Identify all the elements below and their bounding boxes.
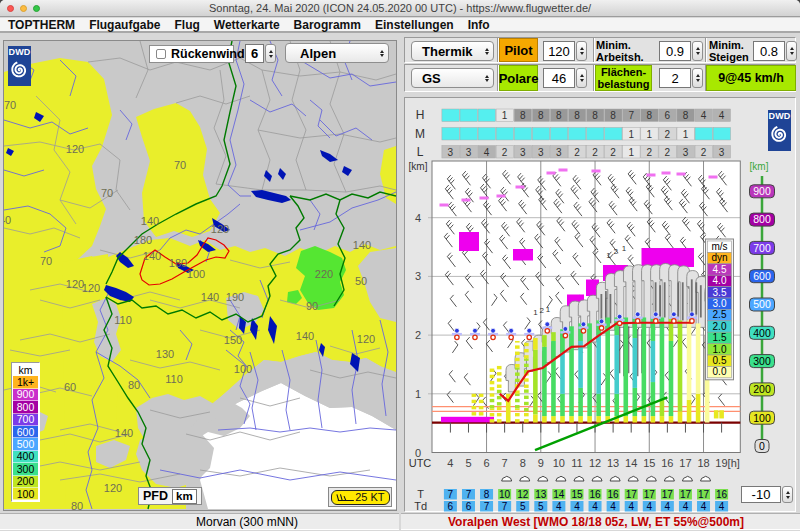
stepper-down-icon[interactable] [786,496,790,499]
stepper-down-icon[interactable] [580,79,584,82]
stepper-up-icon[interactable] [786,491,790,494]
ms-legend-label: 2.0 [713,321,727,332]
cloud-cover-value: 4 [719,110,725,121]
cumulus-icon [682,476,692,481]
temp-value: 17 [698,489,710,500]
marker-red-ring [473,335,477,339]
thermal-bar-segment [497,372,502,375]
polare-value-field[interactable]: 46 [543,68,575,88]
weather-map[interactable]: 7012070701401401801401801001207012012014… [4,41,396,510]
stepper-down-icon[interactable] [696,52,700,55]
menu-item-toptherm[interactable]: TOPTHERM [8,18,75,32]
marker-blue-dot [545,322,550,327]
wind-spinner-field[interactable]: 6 [245,44,264,63]
cloud-cover-value: 1 [628,129,634,140]
temp-offset-field[interactable]: -10 [741,486,781,503]
pilot-stepper[interactable] [576,41,587,61]
rueckenwind-checkbox-group[interactable]: Rückenwind [149,45,234,63]
min-steigen-stepper[interactable] [786,41,797,61]
km-unit-button[interactable]: km [172,489,197,504]
cumulus-icon [556,476,566,481]
marker-blue-dot [635,312,640,317]
menu-item-einstellungen[interactable]: Einstellungen [375,18,454,32]
stepper-up-icon[interactable] [485,75,489,78]
stepper-up-icon[interactable] [485,48,489,51]
temp-value: 16 [589,489,601,500]
stepper-up-icon[interactable] [380,50,384,53]
stepper-down-icon[interactable] [380,54,384,57]
flaechenbelastung-stepper[interactable] [692,68,703,88]
stepper-up-icon[interactable] [580,47,584,50]
thermal-bar-segment [651,382,656,416]
cloud-cover-cell-M [605,128,622,141]
polare-button[interactable]: Polare [499,65,538,91]
gs-dropdown[interactable]: GS [411,68,494,88]
km-tick-label: 2 [415,329,421,341]
menubar: TOPTHERMFlugaufgabeFlugWetterkarteBarogr… [0,18,800,33]
cloud-cover-value: 3 [466,147,472,158]
stepper-up-icon[interactable] [580,74,584,77]
altitude-button-label: 900 [753,185,771,197]
cloud-cover-value: 2 [665,147,671,158]
menu-item-info[interactable]: Info [468,18,490,32]
utc-hour-label: 5 [465,457,471,469]
cloud-cover-value: 8 [646,110,652,121]
cumulus-icon [520,476,530,481]
pilot-button[interactable]: Pilot [499,38,538,62]
flaechenbelastung-field[interactable]: 2 [659,68,691,88]
region-dropdown[interactable]: Alpen [285,43,389,63]
stepper-down-icon[interactable] [580,52,584,55]
thermal-diagram[interactable]: H1888888786844M1121L3342333222122323[km]… [404,97,798,512]
wind-spinner-stepper[interactable] [265,44,276,63]
altitude-button-label: 600 [753,270,771,282]
min-arbeitsh-stepper[interactable] [692,41,703,61]
menu-item-barogramm[interactable]: Barogramm [294,18,361,32]
map-distance-value: 110 [114,314,132,326]
thermal-bar-segment [651,341,656,382]
menu-item-wetterkarte[interactable]: Wetterkarte [214,18,280,32]
temp-offset-stepper[interactable] [782,486,793,503]
map-legend: km1k+900800700600500400300200100 [11,362,40,502]
stepper-up-icon[interactable] [696,74,700,77]
map-legend-entry: 300 [13,463,38,475]
stepper-down-icon[interactable] [485,52,489,55]
pilot-value-field[interactable]: 120 [543,41,575,61]
mode-dropdown[interactable]: Thermik [411,41,494,61]
y-axis-label-left: [km] [409,161,428,172]
stepper-down-icon[interactable] [696,79,700,82]
map-status-text: Morvan (300 mNN) [196,515,298,529]
temp-value: 17 [644,489,656,500]
stepper-up-icon[interactable] [790,47,794,50]
min-steigen-field[interactable]: 0.8 [753,41,785,61]
pfd-button[interactable]: PFD [143,489,168,503]
thermal-bar-segment [497,385,502,388]
thermal-bar-segment [542,347,547,416]
menu-item-flugaufgabe[interactable]: Flugaufgabe [89,18,160,32]
min-arbeitsh-field[interactable]: 0.9 [659,41,691,61]
map-distance-value: 120 [357,333,375,345]
temp-value: 14 [553,489,565,500]
stepper-up-icon[interactable] [696,47,700,50]
thermal-bar-segment [515,372,520,375]
thermal-bar-segment [497,396,502,399]
cloud-cover-cell-M [442,128,459,141]
thermal-bar-segment [524,364,529,367]
map-distance-value: 140 [4,214,11,226]
marker-red-ring [617,321,621,325]
pfd-box: PFD km [138,487,202,505]
thermal-bar-segment [623,317,628,416]
dewpoint-value: 4 [610,501,616,512]
stepper-down-icon[interactable] [485,79,489,82]
spiral-path [772,127,785,141]
rueckenwind-label: Rückenwind [171,47,245,61]
thermal-bar-segment [490,408,495,410]
stepper-down-icon[interactable] [790,52,794,55]
map-distance-value: 50 [355,275,367,287]
rueckenwind-checkbox[interactable] [156,49,166,59]
thermal-bar-segment [490,413,495,416]
cloud-cover-value: 3 [556,147,562,158]
stepper-up-icon[interactable] [269,50,273,53]
menu-item-flug[interactable]: Flug [174,18,199,32]
polare-stepper[interactable] [576,68,587,88]
stepper-down-icon[interactable] [269,55,273,58]
